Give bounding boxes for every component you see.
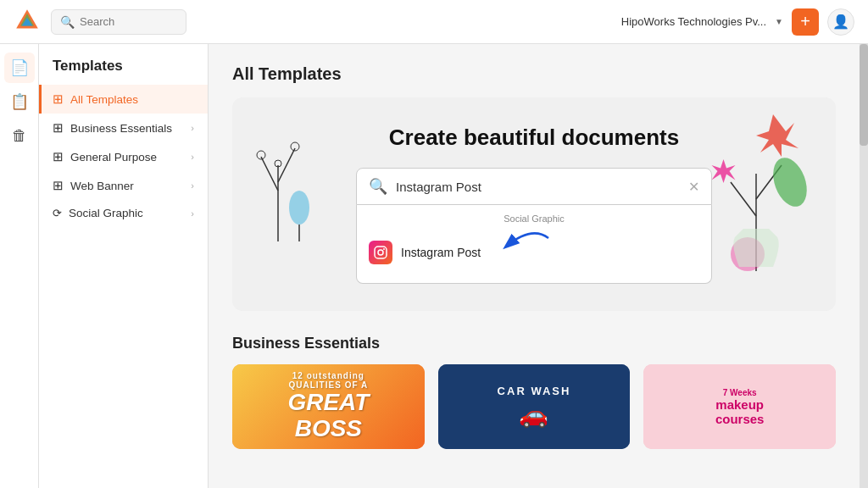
icon-sidebar: 📄 📋 🗑 bbox=[0, 44, 39, 488]
svg-point-20 bbox=[383, 248, 385, 250]
instagram-icon bbox=[369, 241, 392, 264]
sidebar-icon-list[interactable]: 📋 bbox=[4, 86, 35, 117]
chevron-right-icon-4: › bbox=[191, 208, 194, 219]
business-essentials-icon: ⊞ bbox=[53, 120, 64, 136]
workspace-chevron-icon[interactable]: ▼ bbox=[775, 17, 783, 26]
sidebar-item-label-business-essentials: Business Essentials bbox=[70, 122, 172, 135]
trash-icon: 🗑 bbox=[12, 127, 27, 145]
svg-line-13 bbox=[756, 165, 782, 199]
deco-right bbox=[697, 106, 815, 279]
social-graphic-icon: ⟳ bbox=[53, 207, 62, 219]
sidebar-item-all-templates[interactable]: ⊞ All Templates bbox=[39, 85, 208, 114]
sidebar-item-label-all-templates: All Templates bbox=[70, 93, 138, 106]
business-essentials-cards: 12 outstanding QUALITIES OF A GREATBOSS … bbox=[232, 364, 836, 449]
sidebar-icon-document[interactable]: 📄 bbox=[4, 53, 35, 83]
search-dropdown: Social Graphic Instagram Post bbox=[356, 205, 712, 284]
content-area: All Templates bbox=[209, 44, 860, 488]
all-templates-heading: All Templates bbox=[232, 64, 836, 84]
svg-point-17 bbox=[731, 237, 765, 271]
all-templates-icon: ⊞ bbox=[53, 92, 64, 107]
chevron-right-icon: › bbox=[191, 123, 194, 133]
topbar: 🔍 HipoWorks Technologies Pv... ▼ + 👤 bbox=[0, 0, 868, 44]
sidebar-item-label-web-banner: Web Banner bbox=[70, 180, 134, 192]
svg-rect-18 bbox=[375, 247, 387, 258]
document-icon: 📄 bbox=[10, 58, 29, 77]
card-makeup-courses[interactable]: 7 Weeks makeupcourses bbox=[643, 364, 836, 449]
workspace-label: HipoWorks Technologies Pv... bbox=[621, 15, 766, 28]
scrollbar-thumb[interactable] bbox=[860, 44, 868, 146]
logo bbox=[14, 7, 41, 37]
sidebar-item-label-social-graphic: Social Graphic bbox=[69, 207, 143, 219]
web-banner-icon: ⊞ bbox=[53, 178, 64, 193]
main-layout: 📄 📋 🗑 Templates ⊞ All Templates ⊞ Busine… bbox=[0, 44, 868, 488]
card-great-boss[interactable]: 12 outstanding QUALITIES OF A GREATBOSS bbox=[232, 364, 425, 449]
chevron-right-icon-3: › bbox=[191, 180, 194, 191]
sidebar-item-general-purpose[interactable]: ⊞ General Purpose › bbox=[39, 142, 208, 171]
svg-line-4 bbox=[261, 157, 278, 191]
clear-search-icon[interactable]: ✕ bbox=[688, 179, 699, 195]
svg-point-8 bbox=[257, 151, 265, 159]
topbar-search-input[interactable] bbox=[80, 15, 177, 28]
hero-banner: Create beautiful documents 🔍 ✕ Social Gr… bbox=[232, 97, 836, 311]
hero-search-input[interactable] bbox=[396, 180, 680, 194]
list-icon: 📋 bbox=[10, 92, 29, 111]
svg-marker-14 bbox=[756, 114, 798, 157]
chevron-right-icon-2: › bbox=[191, 152, 194, 162]
sidebar-item-label-general-purpose: General Purpose bbox=[70, 151, 157, 164]
main-scrollbar[interactable] bbox=[860, 44, 868, 488]
svg-point-9 bbox=[291, 142, 299, 151]
hero-title: Create beautiful documents bbox=[389, 125, 679, 151]
sidebar-item-web-banner[interactable]: ⊞ Web Banner › bbox=[39, 171, 208, 200]
nav-sidebar-title: Templates bbox=[39, 58, 208, 85]
svg-point-19 bbox=[378, 250, 383, 255]
add-button[interactable]: + bbox=[792, 8, 819, 36]
svg-point-16 bbox=[767, 153, 813, 212]
user-icon: 👤 bbox=[832, 14, 849, 30]
hero-search-box[interactable]: 🔍 ✕ bbox=[356, 168, 712, 205]
business-essentials-heading: Business Essentials bbox=[232, 335, 836, 352]
dropdown-category-label: Social Graphic bbox=[369, 214, 699, 224]
sidebar-item-business-essentials[interactable]: ⊞ Business Essentials › bbox=[39, 114, 208, 142]
dropdown-item-instagram-post[interactable]: Instagram Post bbox=[369, 230, 699, 274]
svg-marker-15 bbox=[712, 159, 736, 183]
svg-point-6 bbox=[289, 191, 309, 225]
arrow-annotation bbox=[498, 234, 565, 268]
svg-point-10 bbox=[275, 160, 281, 167]
nav-sidebar: Templates ⊞ All Templates ⊞ Business Ess… bbox=[39, 44, 209, 488]
topbar-right: HipoWorks Technologies Pv... ▼ + 👤 bbox=[621, 8, 854, 36]
user-button[interactable]: 👤 bbox=[827, 8, 854, 36]
card-car-wash[interactable]: CAR WASH 🚗 bbox=[438, 364, 631, 449]
sidebar-item-social-graphic[interactable]: ⟳ Social Graphic › bbox=[39, 200, 208, 226]
svg-line-12 bbox=[731, 182, 756, 216]
topbar-search-box[interactable]: 🔍 bbox=[51, 9, 186, 35]
svg-line-5 bbox=[278, 148, 295, 182]
sidebar-icon-trash[interactable]: 🗑 bbox=[4, 120, 35, 151]
general-purpose-icon: ⊞ bbox=[53, 149, 64, 164]
hero-search-icon: 🔍 bbox=[369, 177, 387, 196]
dropdown-item-label-instagram: Instagram Post bbox=[401, 246, 481, 259]
deco-left bbox=[253, 114, 320, 253]
topbar-search-icon: 🔍 bbox=[60, 15, 75, 29]
hero-search-container: 🔍 ✕ Social Graphic I bbox=[356, 168, 712, 284]
